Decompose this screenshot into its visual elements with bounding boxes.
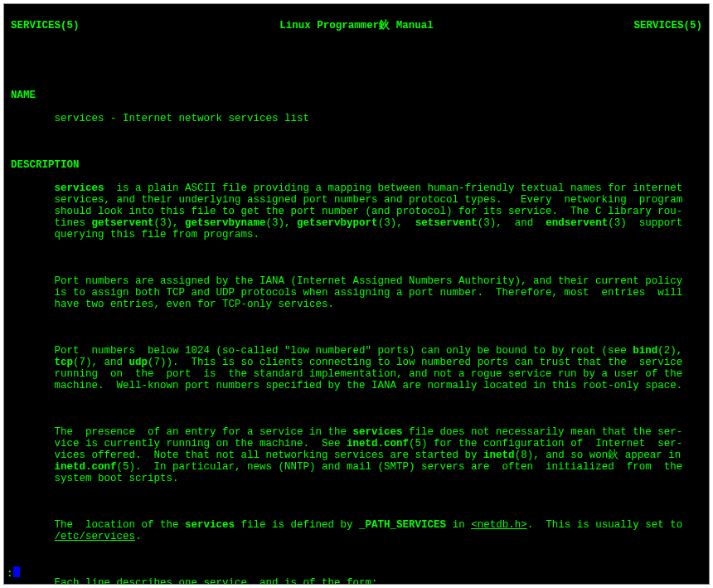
desc-para-2: Port numbers are assigned by the IANA (I… xyxy=(11,275,702,310)
desc-para-6: Each line describes one service, and is … xyxy=(11,577,702,584)
man-header-right: SERVICES(5) xyxy=(633,20,702,32)
man-header-center: Linux Programmer鈥 Manual xyxy=(80,20,634,32)
desc-para-3: Port numbers below 1024 (so-called "low … xyxy=(11,345,702,391)
section-name-heading: NAME xyxy=(11,90,702,101)
pager-prompt[interactable]: : xyxy=(7,566,20,580)
desc-para-5: The location of the services file is def… xyxy=(11,519,702,542)
cursor-icon xyxy=(13,566,20,577)
desc-para-4: The presence of an entry for a service i… xyxy=(11,426,702,484)
man-header: SERVICES(5)Linux Programmer鈥 ManualSERVI… xyxy=(11,20,702,32)
man-page-viewer[interactable]: SERVICES(5)Linux Programmer鈥 ManualSERVI… xyxy=(4,4,709,584)
section-description-heading: DESCRIPTION xyxy=(11,159,702,171)
man-header-left: SERVICES(5) xyxy=(11,20,80,32)
desc-para-1: services is a plain ASCII file providing… xyxy=(11,182,702,241)
name-line: services - Internet network services lis… xyxy=(11,113,702,124)
